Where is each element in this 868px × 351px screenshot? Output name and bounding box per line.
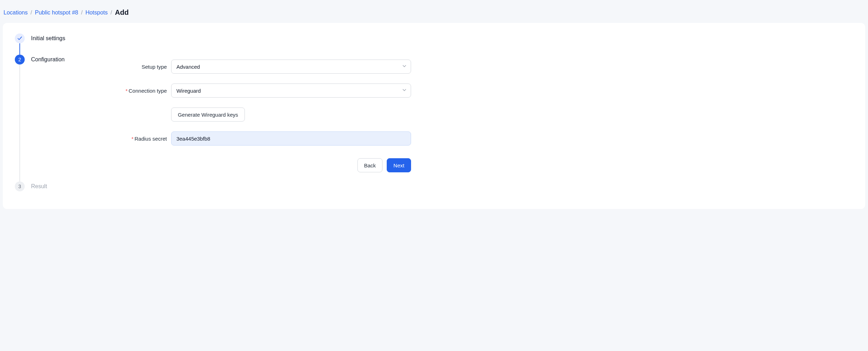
step-active-marker: 2 [15,55,25,64]
step-title: Configuration [31,55,65,64]
select-setup-type[interactable]: Advanced [171,60,411,74]
step-initial-settings[interactable]: Initial settings [15,33,65,43]
label-connection-type: *Connection type [86,88,171,94]
breadcrumb: Locations / Public hotspot #8 / Hotspots… [0,0,868,23]
step-done-marker [15,33,25,43]
required-star: * [131,136,133,142]
form-actions: Back Next [86,158,411,172]
wizard-steps: Initial settings 2 Configuration 3 Resul… [15,33,65,191]
step-title: Initial settings [31,33,65,43]
breadcrumb-separator: / [81,10,83,16]
label-radius-secret: *Radius secret [86,136,171,142]
chevron-down-icon [402,88,406,93]
select-value: Wireguard [176,88,201,94]
breadcrumb-separator: / [110,10,112,16]
breadcrumb-locations[interactable]: Locations [4,10,28,16]
select-value: Advanced [176,64,200,70]
breadcrumb-current: Add [115,8,129,17]
back-button[interactable]: Back [357,158,382,172]
label-setup-type: Setup type [86,64,171,70]
step-connector [19,43,20,55]
row-connection-type: *Connection type Wireguard [86,84,411,98]
row-setup-type: Setup type Advanced [86,60,411,74]
check-icon [17,36,22,41]
step-pending-marker: 3 [15,181,25,191]
required-star: * [126,88,128,94]
step-configuration[interactable]: 2 Configuration [15,55,65,64]
chevron-down-icon [402,64,406,69]
next-button[interactable]: Next [387,158,411,172]
configuration-form: Setup type Advanced *Connection type [65,33,853,191]
breadcrumb-public-hotspot[interactable]: Public hotspot #8 [35,10,78,16]
step-result[interactable]: 3 Result [15,181,65,191]
step-title: Result [31,181,47,191]
breadcrumb-separator: / [31,10,32,16]
breadcrumb-hotspots[interactable]: Hotspots [85,10,108,16]
step-connector [19,64,20,181]
row-generate-keys: Generate Wireguard keys [86,107,411,122]
radius-secret-field[interactable]: 3ea445e3bfb8 [171,131,411,146]
generate-wireguard-keys-button[interactable]: Generate Wireguard keys [171,107,245,122]
row-radius-secret: *Radius secret 3ea445e3bfb8 [86,131,411,146]
wizard-panel: Initial settings 2 Configuration 3 Resul… [3,23,865,209]
select-connection-type[interactable]: Wireguard [171,84,411,98]
